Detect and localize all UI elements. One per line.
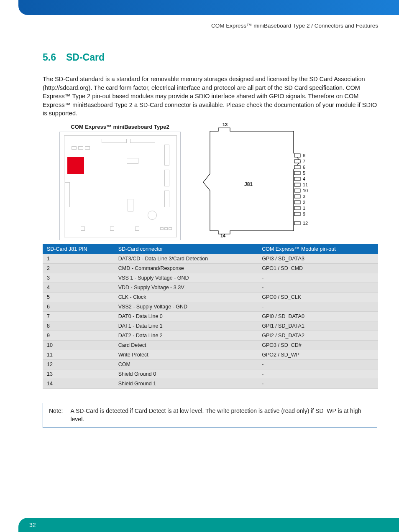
- table-cell: DAT2 - Data Line 2: [114, 331, 258, 340]
- table-row: 6VSS2 - Supply Voltage - GND-: [43, 302, 378, 311]
- svg-rect-10: [294, 212, 300, 216]
- table-cell: GPI0 / SD_DATA0: [258, 311, 378, 321]
- table-header: SD-Card J81 PIN: [43, 244, 114, 254]
- pin-label: 2: [303, 200, 305, 205]
- table-cell: Shield Ground 1: [114, 379, 258, 388]
- connector-ref-label: J81: [244, 181, 253, 187]
- table-cell: 10: [43, 340, 114, 350]
- table-cell: Card Detect: [114, 340, 258, 350]
- table-header-row: SD-Card J81 PIN SD-Card connector COM Ex…: [43, 244, 378, 254]
- table-cell: Shield Ground 0: [114, 369, 258, 379]
- table-row: 12COM-: [43, 359, 378, 369]
- table-cell: DAT3/CD - Data Line 3/Card Detection: [114, 254, 258, 264]
- breadcrumb: COM Express™ miniBaseboard Type 2 / Conn…: [0, 15, 399, 29]
- table-cell: 1: [43, 254, 114, 264]
- table-cell: GPO1 / SD_CMD: [258, 263, 378, 273]
- board-outline: [59, 132, 181, 240]
- pin-label: 5: [303, 171, 305, 176]
- table-cell: COM: [114, 359, 258, 369]
- table-cell: -: [258, 283, 378, 292]
- figure-row: COM Express™ miniBaseboard Type2: [59, 124, 378, 241]
- table-cell: DAT1 - Data Line 1: [114, 321, 258, 331]
- svg-rect-0: [294, 154, 300, 157]
- note-label: Note:: [49, 407, 63, 424]
- note-box: Note: A SD-Card is detected if Card Dete…: [43, 403, 377, 428]
- top-pin-label: 13: [223, 122, 228, 127]
- table-cell: GPI2 / SD_DATA2: [258, 331, 378, 340]
- table-row: 14Shield Ground 1-: [43, 379, 378, 388]
- table-cell: -: [258, 359, 378, 369]
- footer-bar: 32: [18, 518, 399, 532]
- board-figure: COM Express™ miniBaseboard Type2: [59, 124, 181, 241]
- table-row: 5CLK - ClockGPO0 / SD_CLK: [43, 292, 378, 302]
- table-row: 2CMD - Command/ResponseGPO1 / SD_CMD: [43, 263, 378, 273]
- section-heading: 5.6SD-Card: [43, 52, 378, 63]
- table-header: COM Express™ Module pin-out: [258, 244, 378, 254]
- table-row: 4VDD - Supply Voltage - 3.3V-: [43, 283, 378, 292]
- pin-label: 10: [303, 188, 308, 193]
- table-cell: 7: [43, 311, 114, 321]
- table-row: 13Shield Ground 0-: [43, 369, 378, 379]
- table-cell: 14: [43, 379, 114, 388]
- svg-rect-8: [294, 201, 300, 204]
- svg-rect-4: [294, 177, 300, 181]
- table-cell: Write Protect: [114, 350, 258, 359]
- pin-label: 1: [303, 206, 305, 211]
- table-row: 1DAT3/CD - Data Line 3/Card DetectionGPI…: [43, 254, 378, 264]
- connector-svg: [197, 124, 319, 241]
- table-cell: -: [258, 302, 378, 311]
- table-cell: VSS2 - Supply Voltage - GND: [114, 302, 258, 311]
- pin-table: SD-Card J81 PIN SD-Card connector COM Ex…: [43, 244, 378, 389]
- svg-rect-2: [294, 165, 300, 169]
- table-cell: VDD - Supply Voltage - 3.3V: [114, 283, 258, 292]
- section-body: The SD-Card standard is a standard for r…: [43, 75, 378, 118]
- table-cell: GPI1 / SD_DATA1: [258, 321, 378, 331]
- pin-label: 7: [303, 159, 305, 164]
- table-cell: 2: [43, 263, 114, 273]
- table-cell: 13: [43, 369, 114, 379]
- pin-label: 9: [303, 211, 305, 216]
- svg-rect-5: [294, 183, 300, 186]
- pin-label: 8: [303, 153, 305, 158]
- top-header-bar: [18, 0, 399, 15]
- svg-rect-3: [294, 171, 300, 175]
- table-cell: VSS 1 - Supply Voltage - GND: [114, 273, 258, 283]
- table-cell: -: [258, 379, 378, 388]
- table-cell: GPO0 / SD_CLK: [258, 292, 378, 302]
- table-row: 9DAT2 - Data Line 2GPI2 / SD_DATA2: [43, 331, 378, 340]
- table-cell: -: [258, 369, 378, 379]
- table-cell: 6: [43, 302, 114, 311]
- connector-figure: 13 14 J81 876541110321912: [197, 124, 319, 241]
- table-cell: CMD - Command/Response: [114, 263, 258, 273]
- table-cell: -: [258, 273, 378, 283]
- table-cell: 9: [43, 331, 114, 340]
- table-cell: 3: [43, 273, 114, 283]
- pin-label: 4: [303, 176, 305, 181]
- table-cell: GPI3 / SD_DATA3: [258, 254, 378, 264]
- section-title: SD-Card: [66, 52, 105, 63]
- bottom-pin-label: 14: [220, 233, 225, 238]
- note-text: A SD-Card is detected if Card Detect is …: [70, 407, 371, 424]
- pin-label: 12: [303, 221, 308, 226]
- table-cell: 11: [43, 350, 114, 359]
- svg-rect-1: [294, 160, 300, 163]
- svg-rect-11: [294, 221, 300, 225]
- table-cell: 12: [43, 359, 114, 369]
- table-cell: CLK - Clock: [114, 292, 258, 302]
- svg-rect-6: [294, 189, 300, 192]
- table-cell: DAT0 - Data Line 0: [114, 311, 258, 321]
- page-number: 32: [29, 522, 36, 528]
- table-cell: 5: [43, 292, 114, 302]
- table-row: 8DAT1 - Data Line 1GPI1 / SD_DATA1: [43, 321, 378, 331]
- table-cell: 4: [43, 283, 114, 292]
- table-cell: 8: [43, 321, 114, 331]
- table-row: 3VSS 1 - Supply Voltage - GND-: [43, 273, 378, 283]
- table-row: 11Write ProtectGPO2 / SD_WP: [43, 350, 378, 359]
- pin-label: 3: [303, 194, 305, 199]
- table-row: 7DAT0 - Data Line 0GPI0 / SD_DATA0: [43, 311, 378, 321]
- pin-label: 11: [303, 182, 308, 187]
- section-number: 5.6: [43, 52, 56, 63]
- board-figure-title: COM Express™ miniBaseboard Type2: [59, 124, 181, 130]
- table-header: SD-Card connector: [114, 244, 258, 254]
- svg-rect-7: [294, 195, 300, 198]
